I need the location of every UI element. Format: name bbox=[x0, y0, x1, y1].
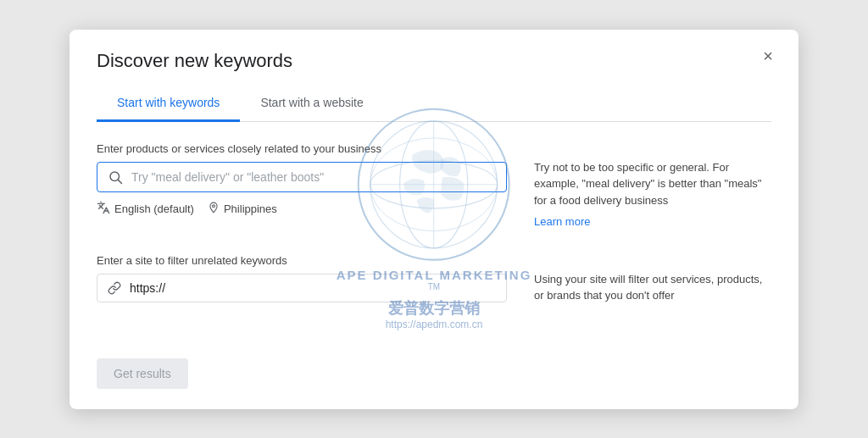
dialog-body: Enter products or services closely relat… bbox=[70, 122, 798, 348]
dialog-footer: Get results bbox=[70, 348, 798, 409]
search-icon bbox=[108, 169, 123, 185]
language-label: English (default) bbox=[114, 202, 194, 215]
link-icon bbox=[108, 281, 121, 295]
website-hint-text: Using your site will filter out services… bbox=[534, 273, 762, 302]
keywords-field-label: Enter products or services closely relat… bbox=[97, 142, 507, 155]
tab-start-with-website[interactable]: Start with a website bbox=[240, 86, 383, 122]
website-hint: Using your site will filter out services… bbox=[534, 254, 771, 304]
close-button[interactable]: × bbox=[754, 43, 782, 70]
svg-line-7 bbox=[118, 180, 121, 183]
tab-bar: Start with keywords Start with a website bbox=[97, 86, 771, 122]
tab-start-with-keywords[interactable]: Start with keywords bbox=[97, 86, 240, 122]
location-selector[interactable]: Philippines bbox=[208, 202, 277, 217]
discover-keywords-dialog: APE DIGITAL MARKETING TM 爱普数字营销 https://… bbox=[70, 30, 798, 409]
svg-point-8 bbox=[212, 204, 214, 207]
language-selector[interactable]: English (default) bbox=[97, 201, 194, 218]
keywords-input-wrapper[interactable] bbox=[97, 162, 507, 192]
dialog-header: Discover new keywords × Start with keywo… bbox=[70, 30, 798, 122]
website-section: Enter a site to filter unrelated keyword… bbox=[97, 254, 771, 304]
url-input-wrapper[interactable] bbox=[97, 274, 507, 302]
website-input-area: Enter a site to filter unrelated keyword… bbox=[97, 254, 507, 304]
website-field-label: Enter a site to filter unrelated keyword… bbox=[97, 254, 507, 267]
keywords-hint-text: Try not to be too specific or general. F… bbox=[534, 161, 761, 207]
location-label: Philippines bbox=[224, 202, 277, 215]
keywords-section: Enter products or services closely relat… bbox=[97, 142, 771, 230]
learn-more-link[interactable]: Learn more bbox=[534, 213, 771, 230]
keywords-hint: Try not to be too specific or general. F… bbox=[534, 142, 771, 230]
url-input[interactable] bbox=[130, 281, 496, 295]
keywords-input-area: Enter products or services closely relat… bbox=[97, 142, 507, 230]
dialog-title: Discover new keywords bbox=[97, 50, 771, 72]
get-results-button[interactable]: Get results bbox=[97, 358, 188, 389]
keywords-input[interactable] bbox=[131, 170, 496, 184]
locale-row: English (default) Philippines bbox=[97, 201, 507, 218]
translate-icon bbox=[97, 201, 110, 218]
location-icon bbox=[208, 202, 220, 217]
